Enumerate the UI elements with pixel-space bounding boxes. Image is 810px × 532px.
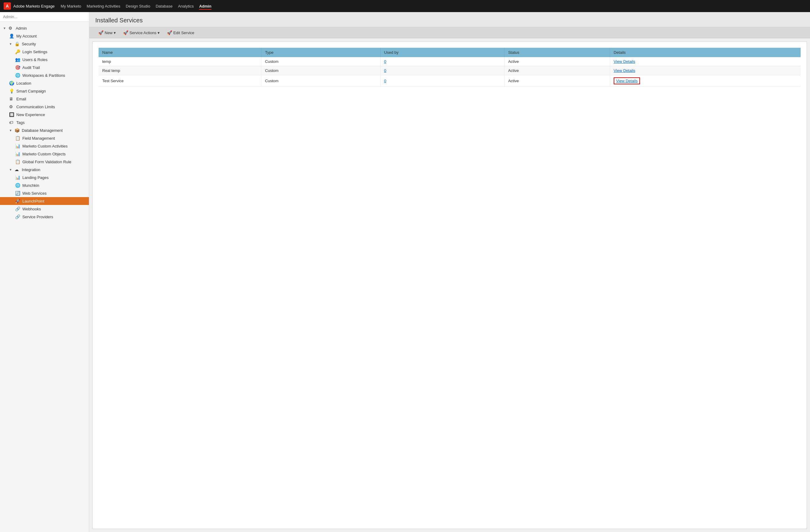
sidebar-item-launchpoint-label: LaunchPoint xyxy=(22,199,44,203)
sidebar-item-my-account[interactable]: 👤 My Account xyxy=(0,32,89,40)
row-1-used-by[interactable]: 0 xyxy=(380,57,504,66)
sidebar-item-web-services[interactable]: 🔄 Web Services xyxy=(0,189,89,197)
sidebar-item-location[interactable]: 🌍 Location xyxy=(0,79,89,87)
row-1-details[interactable]: View Details xyxy=(610,57,800,66)
new-rocket-icon: 🚀 xyxy=(98,30,103,35)
sidebar-item-tags[interactable]: 🏷 Tags xyxy=(0,118,89,126)
sidebar-item-users-roles[interactable]: 👥 Users & Roles xyxy=(0,56,89,64)
row-3-view-details-link-highlighted[interactable]: View Details xyxy=(614,77,640,84)
row-2-type: Custom xyxy=(261,66,380,75)
row-2-name: Real temp xyxy=(99,66,261,75)
sidebar-item-munchkin[interactable]: 🌐 Munchkin xyxy=(0,181,89,189)
sidebar-item-service-providers[interactable]: 🔗 Service Providers xyxy=(0,213,89,221)
edit-service-button-label: Edit Service xyxy=(173,31,194,35)
landing-pages-icon: 📊 xyxy=(15,175,20,180)
app-layout: ▼ ⚙ Admin 👤 My Account ▼ 🔒 Security 🔑 Lo… xyxy=(0,12,810,532)
nav-my-marketo[interactable]: My Marketo xyxy=(61,4,81,9)
row-3-status: Active xyxy=(504,75,610,87)
service-actions-button[interactable]: 🚀 Service Actions ▾ xyxy=(120,29,163,36)
row-1-name: temp xyxy=(99,57,261,66)
sidebar-item-login-settings-label: Login Settings xyxy=(22,50,47,54)
table-row: Test Service Custom 0 Active View Detail… xyxy=(99,75,800,87)
sidebar-item-form-validation-label: Global Form Validation Rule xyxy=(22,160,71,164)
nav-design-studio[interactable]: Design Studio xyxy=(126,4,150,9)
new-button[interactable]: 🚀 New ▾ xyxy=(95,29,119,36)
nav-admin[interactable]: Admin xyxy=(199,4,211,9)
sidebar-item-webhooks[interactable]: 🔗 Webhooks xyxy=(0,205,89,213)
sidebar-item-comm-limits[interactable]: ⚙ Communication Limits xyxy=(0,103,89,111)
nav-marketing-activities[interactable]: Marketing Activities xyxy=(87,4,120,9)
nav-analytics[interactable]: Analytics xyxy=(178,4,194,9)
sidebar-search-area[interactable] xyxy=(0,12,89,22)
sidebar-item-webhooks-label: Webhooks xyxy=(22,207,41,211)
new-experience-icon: 🔲 xyxy=(9,112,15,117)
sidebar-item-location-label: Location xyxy=(16,81,31,85)
sidebar-item-db-management[interactable]: ▼ 📦 Database Management xyxy=(0,126,89,134)
sidebar-item-smart-campaign-label: Smart Campaign xyxy=(16,89,46,94)
db-management-icon: 📦 xyxy=(15,128,20,133)
sidebar-item-email[interactable]: 🖥 Email xyxy=(0,95,89,103)
custom-objects-icon: 📊 xyxy=(15,151,20,156)
sidebar-item-smart-campaign[interactable]: 💡 Smart Campaign xyxy=(0,87,89,95)
sidebar-item-new-experience[interactable]: 🔲 New Experience xyxy=(0,111,89,118)
login-key-icon: 🔑 xyxy=(15,49,20,54)
row-3-type: Custom xyxy=(261,75,380,87)
sidebar-search-input[interactable] xyxy=(3,15,86,19)
collapse-admin-icon: ▼ xyxy=(3,27,6,30)
services-table: Name Type Used by Status Details temp Cu… xyxy=(99,48,800,87)
page-title: Installed Services xyxy=(95,17,804,24)
sidebar-item-integration[interactable]: ▼ ☁ Integration xyxy=(0,166,89,173)
sidebar-item-admin-label: Admin xyxy=(16,26,27,31)
row-3-used-by[interactable]: 0 xyxy=(380,75,504,87)
nav-database[interactable]: Database xyxy=(156,4,173,9)
new-button-label: New xyxy=(104,31,113,35)
sidebar-item-audit-trail[interactable]: 🎯 Audit Trail xyxy=(0,64,89,71)
edit-service-rocket-icon: 🚀 xyxy=(167,30,172,35)
table-header-row: Name Type Used by Status Details xyxy=(99,48,800,57)
row-3-name: Test Service xyxy=(99,75,261,87)
sidebar-item-db-management-label: Database Management xyxy=(22,128,63,133)
sidebar-item-custom-objects[interactable]: 📊 Marketo Custom Objects xyxy=(0,150,89,158)
row-1-used-by-link[interactable]: 0 xyxy=(384,59,386,64)
row-3-used-by-link[interactable]: 0 xyxy=(384,79,386,83)
sidebar-item-launchpoint[interactable]: 🚀 LaunchPoint xyxy=(0,197,89,205)
row-1-type: Custom xyxy=(261,57,380,66)
smart-campaign-icon: 💡 xyxy=(9,88,15,94)
sidebar-item-security[interactable]: ▼ 🔒 Security xyxy=(0,40,89,48)
web-services-icon: 🔄 xyxy=(15,191,20,196)
table-area: Name Type Used by Status Details temp Cu… xyxy=(92,41,807,529)
sidebar-item-landing-pages[interactable]: 📊 Landing Pages xyxy=(0,173,89,181)
sidebar-item-login-settings[interactable]: 🔑 Login Settings xyxy=(0,48,89,56)
sidebar-item-email-label: Email xyxy=(16,97,26,101)
row-2-view-details-link[interactable]: View Details xyxy=(614,68,635,73)
sidebar-item-integration-label: Integration xyxy=(22,167,40,172)
sidebar-item-field-management-label: Field Management xyxy=(22,136,55,140)
row-2-status: Active xyxy=(504,66,610,75)
collapse-security-icon: ▼ xyxy=(9,42,12,46)
sidebar-item-workspaces[interactable]: 🌐 Workspaces & Partitions xyxy=(0,71,89,79)
email-icon: 🖥 xyxy=(9,96,15,101)
row-2-details[interactable]: View Details xyxy=(610,66,800,75)
sidebar-item-form-validation[interactable]: 📋 Global Form Validation Rule xyxy=(0,158,89,166)
row-3-details[interactable]: View Details xyxy=(610,75,800,87)
row-2-used-by[interactable]: 0 xyxy=(380,66,504,75)
sidebar-item-munchkin-label: Munchkin xyxy=(22,183,39,188)
sidebar-item-custom-activities[interactable]: 📊 Marketo Custom Activities xyxy=(0,142,89,150)
form-validation-icon: 📋 xyxy=(15,159,20,164)
comm-limits-icon: ⚙ xyxy=(9,104,15,109)
audit-icon: 🎯 xyxy=(15,65,20,70)
sidebar-item-custom-activities-label: Marketo Custom Activities xyxy=(22,144,68,148)
row-2-used-by-link[interactable]: 0 xyxy=(384,68,386,73)
sidebar-item-web-services-label: Web Services xyxy=(22,191,47,196)
toolbar: 🚀 New ▾ 🚀 Service Actions ▾ 🚀 Edit Servi… xyxy=(89,27,810,38)
workspaces-globe-icon: 🌐 xyxy=(15,73,20,78)
location-globe-icon: 🌍 xyxy=(9,81,15,85)
edit-service-button[interactable]: 🚀 Edit Service xyxy=(164,29,197,36)
table-row: temp Custom 0 Active View Details xyxy=(99,57,800,66)
service-providers-icon: 🔗 xyxy=(15,214,20,219)
sidebar-item-field-management[interactable]: 📋 Field Management xyxy=(0,134,89,142)
sidebar-item-admin[interactable]: ▼ ⚙ Admin xyxy=(0,24,89,32)
users-icon: 👥 xyxy=(15,57,20,62)
row-1-view-details-link[interactable]: View Details xyxy=(614,59,635,64)
admin-gear-icon: ⚙ xyxy=(9,26,14,31)
